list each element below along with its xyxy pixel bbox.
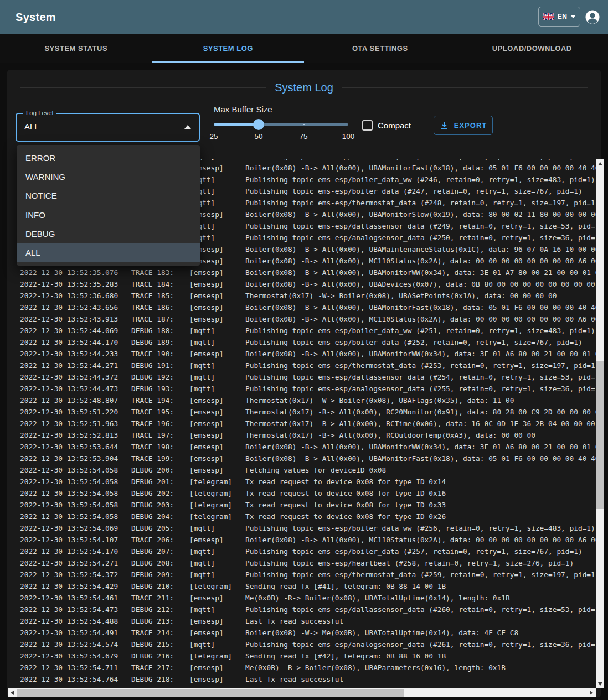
log-level-id: DEBUG 209: xyxy=(131,569,189,580)
log-row: 2022-12-30 13:52:54.271DEBUG 208:[mqtt]P… xyxy=(8,557,596,569)
log-row: 2022-12-30 13:52:44.233TRACE 190:[emsesp… xyxy=(8,348,596,360)
horizontal-scroll-thumb[interactable] xyxy=(17,689,404,697)
log-message: Publishing topic ems-esp/boiler_data_ww … xyxy=(245,174,596,185)
log-level-id: DEBUG 202: xyxy=(131,488,189,499)
log-row: 2022-12-30 13:52:54.170DEBUG 207:[mqtt]P… xyxy=(8,546,596,557)
tab-bar: SYSTEM STATUSSYSTEM LOGOTA SETTINGSUPLOA… xyxy=(0,34,608,63)
log-source: [telegram] xyxy=(189,476,245,488)
log-source: [mqtt] xyxy=(189,569,245,580)
export-button[interactable]: EXPORT xyxy=(434,116,493,135)
compact-checkbox[interactable] xyxy=(362,120,373,131)
language-code: EN xyxy=(558,13,567,20)
log-timestamp: 2022-12-30 13:52:44.271 xyxy=(20,360,131,371)
menu-item-error[interactable]: ERROR xyxy=(17,148,200,167)
log-timestamp: 2022-12-30 13:52:44.233 xyxy=(20,348,131,360)
log-message: Tx read request to device 0x08 for type … xyxy=(245,488,596,499)
log-message: Boiler(0x08) -B-> All(0x00), UBAMonitorW… xyxy=(245,267,596,278)
log-message: Thermostat(0x17) -W-> Boiler(0x08), UBAF… xyxy=(245,395,596,406)
menu-item-warning[interactable]: WARNING xyxy=(17,167,200,186)
export-button-label: EXPORT xyxy=(454,121,487,129)
log-source: [emsesp] xyxy=(189,662,245,673)
log-timestamp: 2022-12-30 13:52:44.372 xyxy=(20,371,131,383)
log-source: [mqtt] xyxy=(189,604,245,615)
language-selector[interactable]: EN xyxy=(538,7,580,27)
log-row: 2022-12-30 13:52:54.574DEBUG 215:[mqtt]P… xyxy=(8,639,596,650)
log-timestamp: 2022-12-30 13:52:54.488 xyxy=(20,615,131,627)
tab-ota-settings[interactable]: OTA SETTINGS xyxy=(304,34,456,63)
log-message: Thermostat(0x17) -B-> All(0x00), RCOutdo… xyxy=(245,429,596,441)
log-source: [emsesp] xyxy=(189,429,245,441)
log-message: Publishing topic ems-esp/boiler_data_ww … xyxy=(245,325,596,336)
menu-item-info[interactable]: INFO xyxy=(17,205,200,224)
log-level-id: TRACE 198: xyxy=(131,441,189,453)
log-row: 2022-12-30 13:52:35.283TRACE 184:[emsesp… xyxy=(8,278,596,290)
log-level-id: TRACE 214: xyxy=(131,627,189,639)
log-level-id: DEBUG 216: xyxy=(131,650,189,662)
log-timestamp: 2022-12-30 13:52:51.220 xyxy=(20,406,131,418)
log-level-id: TRACE 194: xyxy=(131,395,189,406)
vertical-scroll-thumb[interactable] xyxy=(596,361,604,509)
log-level-id: TRACE 217: xyxy=(131,662,189,673)
slider-thumb[interactable] xyxy=(253,119,264,130)
scroll-right-button[interactable] xyxy=(587,688,596,697)
buffer-size-slider[interactable] xyxy=(214,119,348,130)
log-message: Thermostat(0x17) -B-> All(0x00), RCTime(… xyxy=(245,418,596,429)
menu-item-all[interactable]: ALL xyxy=(17,243,200,262)
log-message: Publishing topic ems-esp/analogsensor_da… xyxy=(245,232,596,243)
log-source: [telegram] xyxy=(189,488,245,499)
chevron-up-icon xyxy=(184,125,191,129)
log-level-id: DEBUG 188: xyxy=(131,325,189,336)
log-message: Thermostat(0x17) -W-> Boiler(0x08), UBAS… xyxy=(245,290,596,302)
log-level-id: DEBUG 200: xyxy=(131,464,189,476)
log-source: [emsesp] xyxy=(189,441,245,453)
log-message: Boiler(0x08) -B-> All(0x00), UBAMonitorF… xyxy=(245,302,596,313)
scroll-up-button[interactable] xyxy=(596,159,604,168)
log-message: Boiler(0x08) -B-> All(0x00), MC110Status… xyxy=(245,534,596,546)
log-level-id: TRACE 195: xyxy=(131,406,189,418)
log-source: [emsesp] xyxy=(189,290,245,302)
tab-system-status[interactable]: SYSTEM STATUS xyxy=(0,34,152,63)
log-message: Last Tx read successful xyxy=(245,615,596,627)
log-message: Publishing topic ems-esp/thermostat_data… xyxy=(245,197,596,209)
log-level-id: DEBUG 203: xyxy=(131,499,189,511)
log-source: [mqtt] xyxy=(189,371,245,383)
log-message: Publishing topic ems-esp/boiler_data_ww … xyxy=(245,522,596,534)
log-message: Publishing topic ems-esp/heartbeat (#258… xyxy=(245,557,596,569)
horizontal-scrollbar[interactable] xyxy=(8,688,596,697)
log-timestamp: 2022-12-30 13:52:35.283 xyxy=(20,278,131,290)
log-level-id: TRACE 186: xyxy=(131,302,189,313)
log-message: Tx read request to device 0x08 for type … xyxy=(245,511,596,522)
scroll-down-button[interactable] xyxy=(596,680,604,688)
log-row: 2022-12-30 13:52:44.069DEBUG 188:[mqtt]P… xyxy=(8,325,596,336)
arrow-right-icon xyxy=(590,691,593,695)
log-level-id: DEBUG 218: xyxy=(131,673,189,685)
download-icon xyxy=(440,121,449,130)
log-message: Boiler(0x08) -B-> All(0x00), UBAMonitorW… xyxy=(245,441,596,453)
tab-upload-download[interactable]: UPLOAD/DOWNLOAD xyxy=(456,34,608,63)
log-message: Publishing topic ems-esp/dallassensor_da… xyxy=(245,604,596,615)
menu-item-debug[interactable]: DEBUG xyxy=(17,224,200,243)
log-row: 2022-12-30 13:52:53.904TRACE 199:[emsesp… xyxy=(8,453,596,464)
log-message: Publishing topic ems-esp/analogsensor_da… xyxy=(245,639,596,650)
log-message: Publishing topic ems-esp/boiler_data (#2… xyxy=(245,546,596,557)
log-level-id: TRACE 196: xyxy=(131,418,189,429)
log-message: Publishing topic ems-esp/thermostat_data… xyxy=(245,360,596,371)
log-timestamp: 2022-12-30 13:52:53.904 xyxy=(20,453,131,464)
account-button[interactable] xyxy=(585,9,600,25)
log-level-id: DEBUG 212: xyxy=(131,604,189,615)
log-timestamp: 2022-12-30 13:52:54.058 xyxy=(20,499,131,511)
log-level-id: DEBUG 208: xyxy=(131,557,189,569)
log-row: 2022-12-30 13:52:36.680TRACE 185:[emsesp… xyxy=(8,290,596,302)
scroll-left-button[interactable] xyxy=(8,688,17,697)
log-timestamp: 2022-12-30 13:52:54.058 xyxy=(20,488,131,499)
tab-system-log[interactable]: SYSTEM LOG xyxy=(152,34,305,63)
log-timestamp: 2022-12-30 13:52:54.491 xyxy=(20,627,131,639)
log-source: [emsesp] xyxy=(189,418,245,429)
vertical-scrollbar[interactable] xyxy=(596,159,604,688)
log-row: 2022-12-30 13:52:54.107TRACE 206:[emsesp… xyxy=(8,534,596,546)
log-row: 2022-12-30 13:52:54.058DEBUG 201:[telegr… xyxy=(8,476,596,488)
log-source: [telegram] xyxy=(189,650,245,662)
menu-item-notice[interactable]: NOTICE xyxy=(17,186,200,205)
log-timestamp: 2022-12-30 13:52:54.069 xyxy=(20,522,131,534)
log-level-select[interactable]: Log Level ALL xyxy=(16,113,200,142)
